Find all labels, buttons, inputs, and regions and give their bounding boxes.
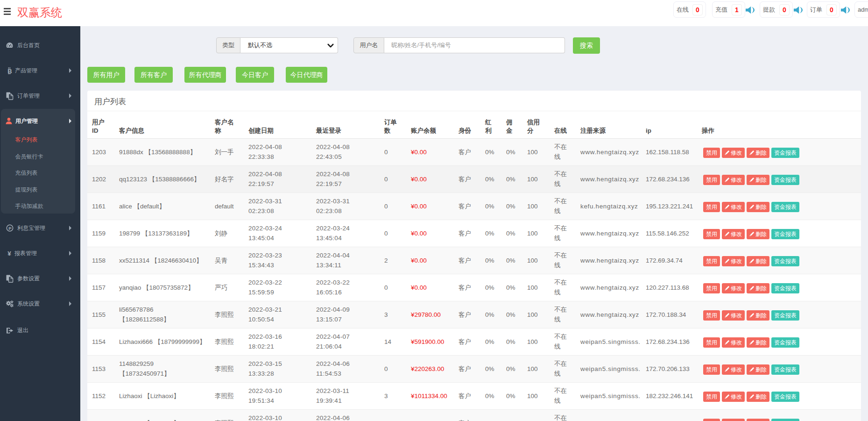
svg-text:P: P [8,226,12,231]
svg-text:¥: ¥ [7,250,11,257]
